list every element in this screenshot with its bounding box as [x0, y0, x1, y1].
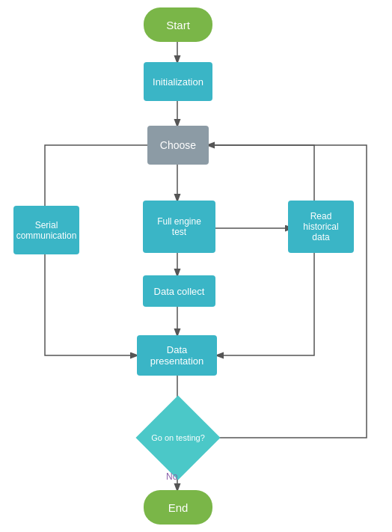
full-engine-test-node: Full engine test [143, 201, 215, 253]
choose-node: Choose [147, 126, 209, 165]
end-node: End [144, 490, 212, 525]
no-label: No [166, 471, 177, 482]
data-collect-node: Data collect [143, 275, 215, 307]
initialization-node: Initialization [144, 62, 212, 101]
data-presentation-node: Data presentation [137, 335, 217, 376]
start-node: Start [144, 7, 212, 42]
go-on-testing-node: Go on testing? [126, 408, 230, 468]
read-historical-data-node: Read historical data [288, 201, 354, 253]
flowchart: Start Initialization Choose Serial commu… [0, 0, 392, 532]
serial-communication-node: Serial communication [13, 206, 79, 254]
